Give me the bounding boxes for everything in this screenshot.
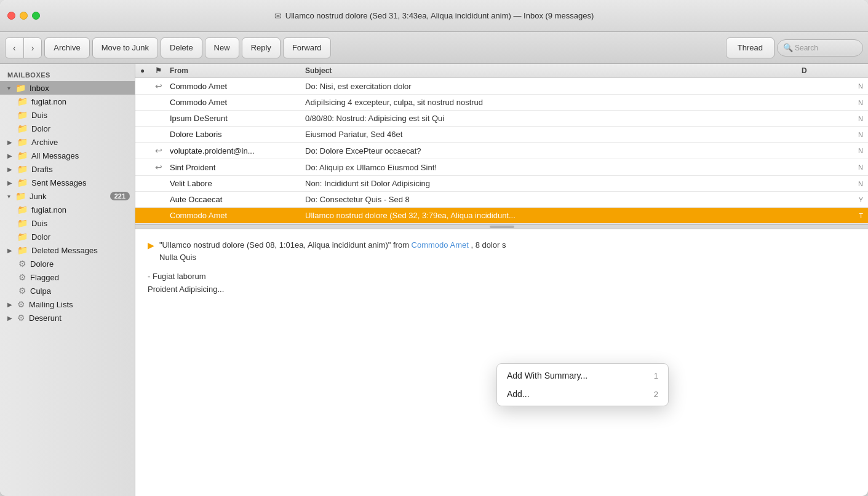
email-from: Ipsum DeSerunt — [170, 114, 305, 123]
preview-body: - Fugiat laborum Proident Adipisicing... — [148, 270, 856, 296]
email-subject: Eiusmod Pariatur, Sed 46et — [305, 130, 802, 139]
content-area: ● ⚑ From Subject D ↩ Commodo Amet Do: Ni… — [135, 64, 868, 496]
sidebar-item-junk-duis[interactable]: 📁 Duis — [0, 216, 135, 230]
email-from: Sint Proident — [170, 163, 305, 172]
replied-icon: ↩ — [155, 162, 170, 172]
close-button[interactable] — [7, 12, 15, 20]
col-flag: ⚑ — [155, 66, 170, 75]
thread-button[interactable]: Thread — [726, 37, 774, 58]
sidebar-item-culpa[interactable]: ⚙ Culpa — [0, 284, 135, 297]
sidebar-item-inbox[interactable]: ▾ 📁 Inbox — [0, 81, 135, 95]
preview-quote: "Ullamco nostrud dolore (Sed 08, 1:01ea,… — [159, 239, 506, 263]
sidebar-item-duis[interactable]: 📁 Duis — [0, 108, 135, 122]
folder-icon: 📁 — [17, 96, 28, 106]
sidebar-item-flagged[interactable]: ⚙ Flagged — [0, 270, 135, 284]
quote-text: "Ullamco nostrud dolore (Sed 08, 1:01ea,… — [159, 240, 391, 250]
folder-icon: 📁 — [17, 164, 28, 174]
table-row[interactable]: Commodo Amet AdipiIsicing 4 excepteur, c… — [135, 95, 868, 111]
folder-icon: 📁 — [17, 178, 28, 187]
email-from: Commodo Amet — [170, 82, 305, 91]
context-menu-item-label: Add... — [507, 389, 530, 399]
sidebar-item-sent-messages[interactable]: ▶ 📁 Sent Messages — [0, 176, 135, 189]
email-date: N — [802, 147, 863, 154]
context-menu-item-add-with-summary[interactable]: Add With Summary... 1 — [497, 366, 668, 385]
sidebar-item-junk[interactable]: ▾ 📁 Junk 221 — [0, 189, 135, 203]
sidebar-item-label: Dolor — [31, 124, 130, 133]
forward-button[interactable]: › — [24, 38, 42, 58]
email-list: ● ⚑ From Subject D ↩ Commodo Amet Do: Ni… — [135, 64, 868, 224]
envelope-icon: ✉ — [274, 11, 282, 21]
resize-dot — [490, 226, 514, 228]
preview-thread-header: ▶ "Ullamco nostrud dolore (Sed 08, 1:01e… — [148, 239, 856, 263]
sidebar-item-junk-fugiat-non[interactable]: 📁 fugiat.non — [0, 203, 135, 216]
thread-triangle-icon[interactable]: ▶ — [148, 240, 154, 250]
junk-badge: 221 — [110, 192, 130, 200]
col-subject: Subject — [305, 66, 802, 75]
search-icon: 🔍 — [783, 43, 793, 52]
back-button[interactable]: ‹ — [6, 38, 24, 58]
sidebar-item-deleted-messages[interactable]: ▶ 📁 Deleted Messages — [0, 243, 135, 257]
col-from: From — [170, 66, 305, 75]
sidebar-item-label: Sent Messages — [31, 178, 130, 187]
sidebar-item-dolor[interactable]: 📁 Dolor — [0, 122, 135, 135]
preview-body-line2: Proident Adipisicing... — [148, 283, 856, 296]
preview-tail: , 8 dolor s — [471, 240, 506, 250]
table-row[interactable]: ↩ Sint Proident Do: Aliquip ex Ullamco E… — [135, 159, 868, 176]
email-date: N — [802, 82, 863, 90]
sidebar-item-mailing-lists[interactable]: ▶ ⚙ Mailing Lists — [0, 297, 135, 311]
preview-from-name: Commodo Amet — [412, 240, 469, 250]
sidebar-item-dolore[interactable]: ⚙ Dolore — [0, 257, 135, 270]
folder-icon: 📁 — [15, 191, 26, 201]
sidebar-item-archive[interactable]: ▶ 📁 Archive — [0, 135, 135, 149]
search-box[interactable]: 🔍 Search — [777, 39, 863, 57]
sidebar-item-label: All Messages — [31, 151, 130, 160]
email-subject: Ullamco nostrud dolore (Sed 32, 3:79ea, … — [305, 211, 802, 220]
folder-icon: 📁 — [17, 218, 28, 228]
sidebar-item-label: Inbox — [30, 84, 130, 93]
folder-icon: 📁 — [17, 124, 28, 133]
sidebar-item-deserunt[interactable]: ▶ ⚙ Deserunt — [0, 311, 135, 325]
table-row[interactable]: Dolore Laboris Eiusmod Pariatur, Sed 46e… — [135, 127, 868, 143]
table-row[interactable]: Commodo Amet Ullamco nostrud dolore (Sed… — [135, 208, 868, 224]
sidebar-item-label: Archive — [31, 138, 130, 147]
move-to-junk-button[interactable]: Move to Junk — [92, 37, 158, 58]
context-menu: Add With Summary... 1 Add... 2 — [496, 363, 669, 406]
toolbar: ‹ › Archive Move to Junk Delete New Repl… — [0, 32, 868, 64]
email-date: N — [802, 180, 863, 187]
maximize-button[interactable] — [32, 12, 40, 20]
chevron-right-icon: ▶ — [7, 247, 12, 254]
table-row[interactable]: Velit Labore Non: Incididunt sit Dolor A… — [135, 176, 868, 192]
delete-button[interactable]: Delete — [161, 37, 202, 58]
table-row[interactable]: Ipsum DeSerunt 0/80/80: Nostrud: Adipisi… — [135, 111, 868, 127]
main-area: MAILBOXES ▾ 📁 Inbox 📁 fugiat.non 📁 Duis … — [0, 64, 868, 496]
resize-handle[interactable] — [135, 224, 868, 229]
preview-continuation: Nulla Quis — [159, 253, 196, 262]
context-menu-shortcut: 2 — [654, 390, 658, 399]
email-date: N — [802, 99, 863, 106]
sidebar-item-fugiat-non[interactable]: 📁 fugiat.non — [0, 95, 135, 108]
table-row[interactable]: Aute Occaecat Do: Consectetur Quis - Sed… — [135, 192, 868, 208]
context-menu-item-add[interactable]: Add... 2 — [497, 385, 668, 403]
new-button[interactable]: New — [205, 37, 239, 58]
preview-body-line1: - Fugiat laborum — [148, 270, 856, 283]
sidebar-item-label: Dolore — [30, 259, 130, 269]
archive-button[interactable]: Archive — [44, 37, 89, 58]
sidebar-item-drafts[interactable]: ▶ 📁 Drafts — [0, 162, 135, 176]
table-row[interactable]: ↩ voluptate.proident@in... Do: Dolore Ex… — [135, 143, 868, 159]
folder-icon: 📁 — [17, 205, 28, 215]
minimize-button[interactable] — [20, 12, 28, 20]
email-from: Dolore Laboris — [170, 130, 305, 139]
sidebar-item-junk-dolor[interactable]: 📁 Dolor — [0, 230, 135, 243]
reply-button[interactable]: Reply — [242, 37, 281, 58]
email-subject: Non: Incididunt sit Dolor Adipisicing — [305, 179, 802, 188]
table-row[interactable]: ↩ Commodo Amet Do: Nisi, est exercitatio… — [135, 78, 868, 95]
gear-icon: ⚙ — [17, 313, 25, 323]
sidebar-item-all-messages[interactable]: ▶ 📁 All Messages — [0, 149, 135, 162]
forward-button2[interactable]: Forward — [283, 37, 331, 58]
folder-icon: 📁 — [17, 137, 28, 147]
replied-icon: ↩ — [155, 146, 170, 155]
folder-icon: 📁 — [17, 151, 28, 160]
search-placeholder: Search — [795, 44, 818, 52]
folder-icon: 📁 — [15, 83, 26, 93]
email-list-header: ● ⚑ From Subject D — [135, 64, 868, 78]
